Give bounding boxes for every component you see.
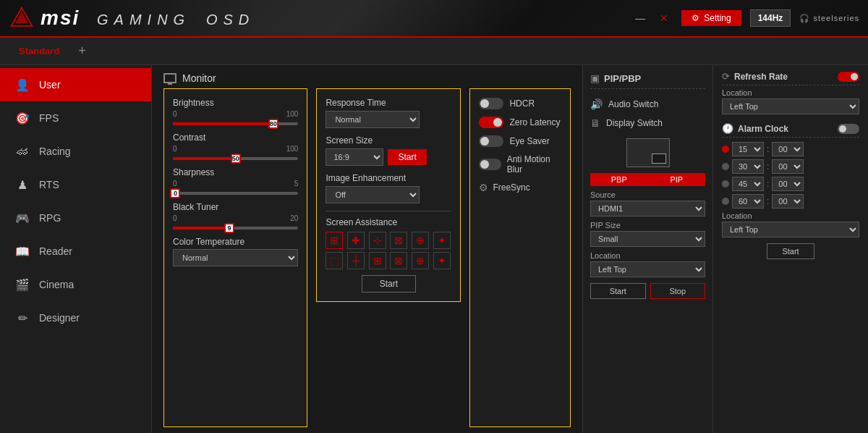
black-tuner-thumb[interactable]: 9 [224, 223, 234, 233]
contrast-track[interactable]: 50 [173, 157, 298, 160]
sa-icon-3[interactable]: ⊹ [369, 232, 386, 249]
pip-size-select[interactable]: Small Medium Large [590, 231, 705, 247]
zero-latency-row: Zero Latency [479, 117, 561, 128]
contrast-thumb[interactable]: 50 [231, 154, 241, 164]
app-logo: msi GAMING OSD [9, 5, 255, 31]
reader-icon: 📖 [14, 243, 30, 259]
black-tuner-label: Black Tuner [173, 202, 298, 212]
sa-icon-10[interactable]: ⊠ [390, 252, 407, 269]
pip-inner-preview [652, 154, 666, 164]
pbp-tab[interactable]: PBP [590, 173, 648, 186]
contrast-fill [173, 157, 236, 160]
tab-standard[interactable]: Standard [12, 43, 67, 59]
pip-location-label: Location [590, 251, 705, 260]
display-switch-row[interactable]: 🖥 Display Switch [590, 114, 705, 133]
clock-minutes-4[interactable]: 00 [772, 194, 804, 209]
screen-size-row: 16:9 4:3 Auto Start [326, 148, 451, 166]
sa-icon-12[interactable]: ✦ [433, 252, 451, 269]
alarm-clock-toggle[interactable] [838, 124, 859, 134]
clock-rows: 15 : 00 30 : 00 [722, 142, 859, 209]
pip-stop-button[interactable]: Stop [650, 283, 706, 299]
sa-icon-4[interactable]: ⊠ [390, 232, 407, 249]
sa-icon-7[interactable]: ⬚ [326, 252, 343, 269]
pip-location-select[interactable]: Left Top Right Top Left Bottom Right Bot… [590, 261, 705, 277]
alarm-clock-start-button[interactable]: Start [767, 243, 814, 259]
clock-hours-1[interactable]: 15 [732, 142, 764, 156]
clock-minutes-3[interactable]: 00 [772, 177, 804, 191]
designer-icon: ✏ [14, 310, 30, 326]
msi-dragon-icon [9, 5, 35, 31]
alarm-clock-title: Alarm Clock [738, 124, 788, 134]
alarm-clock-location-select[interactable]: Left Top Right Top [722, 222, 859, 237]
sa-icon-2[interactable]: ✚ [347, 232, 365, 249]
display-switch-icon: 🖥 [590, 117, 600, 129]
sidebar-item-designer[interactable]: ✏ Designer [0, 301, 151, 335]
pip-tab[interactable]: PIP [648, 173, 706, 186]
clock-minutes-2[interactable]: 00 [772, 159, 804, 174]
pip-pbp-icon: ▣ [590, 72, 600, 84]
audio-switch-row[interactable]: 🔊 Audio Switch [590, 95, 705, 114]
clock-row-3: 45 : 00 [722, 177, 859, 191]
user-icon: 👤 [14, 77, 30, 93]
setting-button[interactable]: ⚙ Setting [681, 10, 741, 26]
screen-assistance-bottom: Start [326, 275, 451, 293]
sharpness-track[interactable]: 0 [173, 192, 298, 195]
refresh-rate-toggle[interactable] [838, 72, 859, 82]
color-temp-label: Color Temperature [173, 237, 298, 247]
eye-saver-toggle[interactable] [479, 135, 503, 147]
sa-icon-9[interactable]: ⊞ [369, 252, 386, 269]
clock-dot-3 [722, 180, 729, 188]
middle-section: Response Time Normal Fast Fastest Screen… [316, 88, 461, 427]
hdcr-knob [480, 99, 489, 108]
clock-minutes-1[interactable]: 00 [772, 142, 804, 156]
sa-icon-6[interactable]: ✦ [433, 232, 451, 249]
brightness-thumb[interactable]: 80 [268, 119, 278, 129]
minimize-button[interactable]: — [631, 11, 650, 25]
sa-icon-5[interactable]: ⊕ [412, 232, 429, 249]
sidebar-item-user[interactable]: 👤 User [0, 68, 151, 101]
audio-switch-label: Audio Switch [608, 99, 658, 109]
sidebar-item-rts[interactable]: ♟ RTS [0, 168, 151, 201]
anti-motion-blur-knob [480, 160, 489, 169]
screen-size-start-button[interactable]: Start [388, 149, 426, 165]
clock-row-2: 30 : 00 [722, 159, 859, 174]
alarm-clock-location-label: Location [722, 211, 859, 220]
sidebar-item-rpg[interactable]: 🎮 RPG [0, 201, 151, 235]
image-enhancement-select[interactable]: Off Low Medium [326, 186, 420, 203]
window-controls: — ✕ [631, 11, 673, 25]
sidebar-item-fps[interactable]: 🎯 FPS [0, 101, 151, 135]
sharpness-thumb[interactable]: 0 [170, 188, 180, 198]
color-temp-group: Color Temperature Normal Warm Cool [173, 237, 298, 266]
source-label: Source [590, 190, 705, 199]
pip-pbp-header: ▣ PIP/PBP [590, 72, 705, 89]
refresh-rate-location-label: Location [722, 88, 859, 97]
color-temp-select[interactable]: Normal Warm Cool [173, 249, 298, 266]
sidebar-item-cinema[interactable]: 🎬 Cinema [0, 268, 151, 301]
brightness-range: 0 100 [173, 110, 298, 118]
brightness-track[interactable]: 80 [173, 122, 298, 125]
sidebar-item-reader[interactable]: 📖 Reader [0, 235, 151, 268]
zero-latency-toggle[interactable] [479, 117, 503, 128]
sidebar-item-racing[interactable]: 🏎 Racing [0, 135, 151, 168]
hdcr-toggle[interactable] [479, 98, 503, 109]
tab-add-button[interactable]: + [72, 43, 92, 59]
clock-hours-2[interactable]: 30 [732, 159, 764, 174]
screen-size-select[interactable]: 16:9 4:3 Auto [326, 148, 383, 166]
sa-icon-1[interactable]: ⊞ [326, 232, 343, 249]
clock-hours-3[interactable]: 45 [732, 177, 764, 191]
clock-row-1: 15 : 00 [722, 142, 859, 156]
screen-assistance-start-button[interactable]: Start [362, 275, 416, 293]
black-tuner-group: Black Tuner 0 20 9 [173, 202, 298, 230]
clock-hours-4[interactable]: 60 [732, 194, 764, 209]
pip-start-button[interactable]: Start [590, 283, 646, 299]
image-enhancement-label: Image Enhancement [326, 173, 451, 183]
source-select[interactable]: HDMI1 HDMI2 DP [590, 201, 705, 216]
main-layout: 👤 User 🎯 FPS 🏎 Racing ♟ RTS 🎮 RPG 📖 Read… [0, 65, 868, 433]
sa-icon-11[interactable]: ⊕ [412, 252, 429, 269]
close-button[interactable]: ✕ [655, 11, 673, 25]
response-time-select[interactable]: Normal Fast Fastest [326, 111, 420, 128]
black-tuner-track[interactable]: 9 [173, 227, 298, 230]
refresh-rate-location-select[interactable]: Left Top Right Top Left Bottom Right Bot… [722, 98, 859, 114]
anti-motion-blur-toggle[interactable] [479, 159, 501, 170]
sa-icon-8[interactable]: ┼ [347, 252, 365, 269]
